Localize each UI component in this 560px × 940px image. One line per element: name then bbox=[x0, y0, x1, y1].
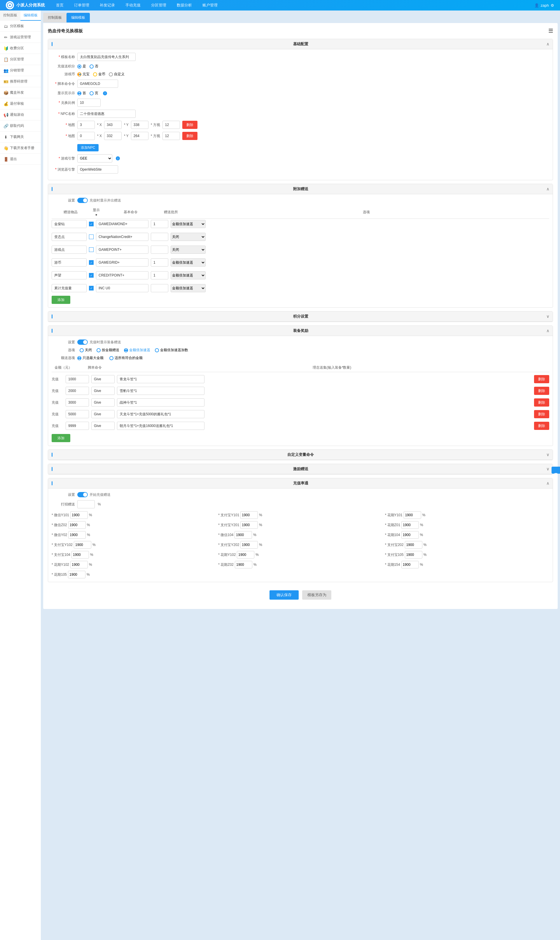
rate-flower-154-input[interactable] bbox=[402, 561, 419, 568]
gear-toggle-switch[interactable] bbox=[77, 340, 88, 345]
coin-gold[interactable]: 金币 bbox=[93, 72, 105, 77]
attach-toggle-switch[interactable] bbox=[77, 198, 88, 203]
rate-wechat-y02-input[interactable] bbox=[68, 531, 86, 539]
nav-manual[interactable]: 手动充值 bbox=[123, 3, 143, 8]
rate-wechat-y101-input[interactable] bbox=[70, 511, 88, 519]
reward-cmd-5[interactable] bbox=[96, 284, 148, 292]
nav-zones[interactable]: 分区管理 bbox=[149, 3, 169, 8]
reward-num-3[interactable] bbox=[151, 258, 168, 266]
reward-num-2[interactable] bbox=[151, 246, 168, 254]
attach-reward-header[interactable]: 附加赠送 ∧ bbox=[48, 184, 553, 194]
currency-unit-input[interactable] bbox=[77, 80, 118, 88]
sidebar-item-get-code[interactable]: 🔗 获取代码 bbox=[0, 120, 41, 132]
gear-opt-by-amount[interactable]: 按金额赠送 bbox=[97, 348, 119, 352]
reward-item-5[interactable] bbox=[52, 284, 87, 292]
map-input-1[interactable] bbox=[77, 121, 95, 129]
reward-check-2[interactable] bbox=[89, 247, 94, 252]
gear-delete-btn-4[interactable]: 删除 bbox=[534, 422, 549, 430]
sidebar-item-refund[interactable]: 💰 退付审核 bbox=[0, 98, 41, 109]
reward-num-5[interactable] bbox=[151, 284, 168, 292]
gear-reward-input-2[interactable] bbox=[117, 398, 205, 406]
template-save-as-btn[interactable]: 模板另存为 bbox=[302, 590, 331, 600]
reward-item-0[interactable] bbox=[52, 220, 87, 228]
reward-type-5[interactable]: 金额倍加速遥 bbox=[171, 284, 206, 292]
reward-num-1[interactable] bbox=[151, 233, 168, 241]
reward-item-4[interactable] bbox=[52, 271, 87, 279]
show-page-info-icon[interactable]: i bbox=[103, 91, 107, 95]
reward-cmd-4[interactable] bbox=[96, 271, 148, 279]
reward-type-4[interactable]: 金额倍加速遥 bbox=[171, 271, 206, 279]
sidebar-item-zone-mgmt[interactable]: 📋 分区管理 bbox=[0, 54, 41, 65]
rate-toggle-switch[interactable] bbox=[77, 492, 88, 497]
browser-engine-input[interactable] bbox=[77, 165, 118, 174]
tab-edit[interactable]: 编辑模板 bbox=[66, 13, 90, 23]
rate-alipay-y102-input[interactable] bbox=[74, 541, 91, 549]
gear-cmd-input-4[interactable] bbox=[91, 422, 115, 430]
sidebar-item-distributor[interactable]: 👥 分销管理 bbox=[0, 65, 41, 76]
attach-toggle[interactable]: 充值时显示并出赠送 bbox=[77, 198, 121, 203]
tab-dashboard[interactable]: 控制面板 bbox=[43, 13, 66, 23]
rate-flower-y102-2-input[interactable] bbox=[70, 561, 88, 568]
exchange-ratio-input[interactable] bbox=[77, 98, 101, 107]
gear-opt-add-count[interactable]: 金额倍加速遥加数 bbox=[155, 348, 188, 352]
x-input-2[interactable] bbox=[104, 132, 122, 140]
recharge-rate-header[interactable]: 充值率通 ∧ bbox=[48, 478, 553, 489]
gear-amount-input-2[interactable] bbox=[66, 398, 89, 406]
coin-custom[interactable]: 自定义 bbox=[109, 72, 125, 77]
gear-delete-btn-0[interactable]: 删除 bbox=[534, 375, 549, 383]
rate-toggle[interactable]: 开始充值赠送 bbox=[77, 492, 111, 497]
reward-check-5[interactable]: ✓ bbox=[89, 286, 94, 291]
confirm-save-btn[interactable]: 确认保存 bbox=[269, 590, 298, 600]
sidebar-item-dev-manual[interactable]: 👋 下载开发者手册 bbox=[0, 143, 41, 154]
reward-type-3[interactable]: 金额倍加速遥 bbox=[171, 258, 206, 266]
float-contact-btn[interactable]: 联系我们 bbox=[552, 467, 560, 474]
reward-num-0[interactable] bbox=[151, 220, 168, 228]
sidebar-item-notice[interactable]: 📢 通知滚动 bbox=[0, 109, 41, 120]
view-input-2[interactable] bbox=[163, 132, 180, 140]
rate-flower-105-input[interactable] bbox=[68, 571, 85, 578]
reward-cmd-1[interactable] bbox=[96, 233, 148, 241]
rate-alipay-104-input[interactable] bbox=[71, 551, 89, 558]
rate-flower-z01-input[interactable] bbox=[402, 521, 419, 529]
y-input-1[interactable] bbox=[131, 121, 148, 129]
gear-amount-input-1[interactable] bbox=[66, 387, 89, 395]
x-input-1[interactable] bbox=[104, 121, 122, 129]
gear-toggle[interactable]: 充值时显示装备赠送 bbox=[77, 340, 121, 345]
reward-check-3[interactable]: ✓ bbox=[89, 260, 94, 265]
gear-delete-btn-1[interactable]: 删除 bbox=[534, 387, 549, 395]
sidebar-item-referral[interactable]: 🎫 推荐码管理 bbox=[0, 76, 41, 87]
game-engine-info-icon[interactable]: i bbox=[116, 156, 120, 160]
rate-percent-input[interactable] bbox=[77, 500, 95, 508]
gear-max-only[interactable]: 只选最大金额 bbox=[77, 355, 103, 360]
game-engine-select[interactable]: GEE bbox=[77, 154, 112, 162]
npc-name-input[interactable] bbox=[77, 110, 135, 118]
gear-delete-btn-3[interactable]: 删除 bbox=[534, 410, 549, 418]
reward-check-0[interactable]: ✓ bbox=[89, 222, 94, 226]
reward-check-4[interactable]: ✓ bbox=[89, 273, 94, 278]
reward-item-1[interactable] bbox=[52, 233, 87, 241]
add-npc-btn[interactable]: 添加NPC bbox=[77, 144, 98, 151]
rate-wechat-z02-input[interactable] bbox=[68, 521, 86, 529]
view-input-1[interactable] bbox=[163, 121, 180, 129]
sidebar-item-game-ops[interactable]: ✏ 游戏运营管理 bbox=[0, 32, 41, 43]
reward-cmd-3[interactable] bbox=[96, 258, 148, 266]
reward-cmd-0[interactable] bbox=[96, 220, 148, 228]
nav-orders[interactable]: 订单管理 bbox=[72, 3, 92, 8]
reward-check-1[interactable] bbox=[89, 234, 94, 239]
activation-reward-header[interactable]: 激励赠送 ∨ bbox=[48, 464, 553, 474]
gear-opt-multiply[interactable]: 金额倍加速遥 bbox=[124, 348, 150, 352]
nav-home[interactable]: 首页 bbox=[54, 3, 66, 8]
rate-alipay-202-input[interactable] bbox=[405, 541, 422, 549]
delete-map-2-btn[interactable]: 删除 bbox=[182, 132, 197, 140]
settings-icon[interactable]: ⚙ bbox=[551, 3, 554, 8]
nav-resend[interactable]: 补发记录 bbox=[97, 3, 117, 8]
add-gear-reward-btn[interactable]: 添加 bbox=[52, 434, 70, 442]
reward-type-0[interactable]: 金额倍加速遥 bbox=[171, 220, 206, 228]
sidebar-item-download-gw[interactable]: ⬇ 下载网关 bbox=[0, 132, 41, 143]
points-config-header[interactable]: 积分设置 ∨ bbox=[48, 311, 553, 322]
gear-reward-input-3[interactable] bbox=[117, 410, 205, 418]
reward-item-2[interactable] bbox=[52, 246, 87, 254]
show-page-page[interactable]: 页 bbox=[89, 91, 98, 96]
coin-yuanbao[interactable]: 元宝 bbox=[77, 72, 89, 77]
gear-cmd-input-2[interactable] bbox=[91, 398, 115, 406]
